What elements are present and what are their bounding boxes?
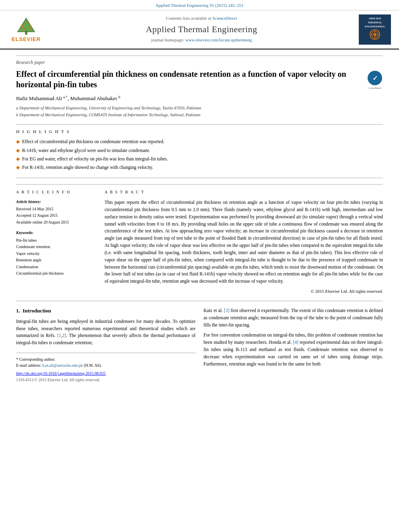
journal-header-center: Contents lists available at ScienceDirec…: [44, 15, 359, 43]
highlight-item: ◆For EG and water, effect of velocity on…: [16, 156, 383, 162]
highlight-item: ◆Effect of circumferential pin thickness…: [16, 138, 383, 145]
body-col-left: 1. Introduction Integral-fin tubes are b…: [16, 307, 195, 383]
elsevier-logo: ELSEVIER: [8, 16, 44, 43]
highlight-bullet-icon: ◆: [16, 156, 20, 162]
highlight-item: ◆For R-141b, retention angle showed no c…: [16, 164, 383, 171]
keyword-item: Condensation: [16, 264, 97, 270]
highlights-list: ◆Effect of circumferential pin thickness…: [16, 138, 383, 171]
abstract-text: This paper reports the effect of circumf…: [105, 199, 383, 285]
article-info-col-title: A R T I C L E I N F O: [16, 189, 97, 195]
article-type-label: Research paper: [16, 55, 383, 66]
abstract-col-title: A B S T R A C T: [105, 189, 383, 195]
journal-homepage: journal homepage: www.elsevier.com/locat…: [44, 37, 359, 43]
article-title-row: Effect of circumferential pin thickness …: [16, 69, 383, 90]
two-col-body: 1. Introduction Integral-fin tubes are b…: [16, 307, 383, 383]
journal-homepage-link[interactable]: www.elsevier.com/locate/apthermeng: [185, 37, 252, 42]
keywords-label: Keywords:: [16, 230, 97, 236]
journal-header: ELSEVIER Contents lists available at Sci…: [0, 10, 399, 49]
doi-line: http://dx.doi.org/10.1016/j.applthermale…: [16, 371, 195, 377]
keywords-section: Keywords: Pin-fin tubesCondensate retent…: [16, 230, 97, 277]
ref-1-2-link[interactable]: [1,2]: [57, 333, 66, 338]
article-info-abstract-section: A R T I C L E I N F O Article history: R…: [16, 184, 383, 295]
ref-4-link[interactable]: [4]: [293, 340, 298, 345]
affiliations: a Department of Mechanical Engineering, …: [16, 105, 383, 119]
corresponding-author-note: * Corresponding author. E-mail address: …: [16, 356, 195, 368]
abstract-col: A B S T R A C T This paper reports the e…: [105, 189, 383, 295]
keyword-item: Retention angle: [16, 257, 97, 263]
keyword-item: Vapor velocity: [16, 251, 97, 257]
journal-logo-line2: THERMAL: [360, 21, 389, 25]
article-info-col: A R T I C L E I N F O Article history: R…: [16, 189, 97, 295]
crossmark-label: CrossMark: [367, 86, 383, 90]
highlight-bullet-icon: ◆: [16, 138, 20, 145]
journal-logo-right: APPLIED THERMAL ENGINEERING: [359, 14, 391, 45]
elsevier-wordmark: ELSEVIER: [12, 36, 41, 43]
sciencedirect-link[interactable]: ScienceDirect: [212, 16, 237, 21]
highlight-text: Effect of circumferential pin thickness …: [22, 138, 165, 145]
crossmark-badge: ✓ CrossMark: [367, 71, 383, 90]
intro-paragraph3-right: For free convention condensation on inte…: [204, 332, 383, 368]
intro-paragraph2-right: Katz et al. [3] first observed it experi…: [204, 307, 383, 329]
article-history: Article history: Received 14 May 2015 Ac…: [16, 199, 97, 225]
accepted-date: Accepted 12 August 2015: [16, 213, 97, 219]
svg-point-3: [21, 25, 23, 27]
crossmark-icon: ✓: [368, 71, 382, 85]
intro-paragraph1: Integral-fin tubes are being employed in…: [16, 318, 195, 347]
received-date: Received 14 May 2015: [16, 206, 97, 212]
journal-logo-graphic: [365, 29, 385, 41]
history-label: Article history:: [16, 199, 97, 205]
copyright-line: 1359-4311/© 2015 Elsevier Ltd. All right…: [16, 377, 195, 383]
affiliation-a: a Department of Mechanical Engineering, …: [16, 105, 383, 111]
highlight-bullet-icon: ◆: [16, 147, 20, 154]
svg-marker-2: [19, 20, 33, 31]
authors-line: Hafiz Muhammad Ali a,*, Muhammad Abubake…: [16, 94, 383, 103]
highlight-item: ◆R-141b, water and ethylene glycol were …: [16, 147, 383, 154]
keyword-item: Circumferential pin thickness: [16, 271, 97, 277]
email-link[interactable]: h.m.ali@uettaxila.edu.pk: [42, 363, 83, 368]
journal-logo-line1: APPLIED: [360, 17, 389, 21]
svg-point-6: [24, 29, 25, 31]
journal-citation-bar: Applied Thermal Engineering 91 (2015) 24…: [0, 0, 399, 10]
available-date: Available online 20 August 2015: [16, 220, 97, 226]
body-section: 1. Introduction Integral-fin tubes are b…: [16, 301, 383, 383]
introduction-title: 1. Introduction: [16, 307, 195, 315]
highlight-bullet-icon: ◆: [16, 164, 20, 171]
affiliation-b: b Department of Mechanical Engineering, …: [16, 112, 383, 118]
sciencedirect-label: Contents lists available at ScienceDirec…: [44, 15, 359, 22]
keyword-item: Condensate retention: [16, 244, 97, 250]
highlights-section: H I G H L I G H T S ◆Effect of circumfer…: [16, 124, 383, 178]
highlights-title: H I G H L I G H T S: [16, 129, 383, 135]
keywords-list: Pin-fin tubesCondensate retentionVapor v…: [16, 238, 97, 277]
highlight-text: For EG and water, effect of velocity on …: [22, 156, 168, 162]
svg-point-5: [30, 27, 32, 29]
journal-citation-text: Applied Thermal Engineering 91 (2015) 24…: [156, 3, 244, 8]
ref-3-link[interactable]: [3]: [224, 308, 229, 313]
highlight-text: For R-141b, retention angle showed no ch…: [22, 164, 153, 171]
article-title: Effect of circumferential pin thickness …: [16, 69, 361, 90]
body-col-right: Katz et al. [3] first observed it experi…: [204, 307, 383, 383]
footnote-section: * Corresponding author. E-mail address: …: [16, 353, 195, 383]
journal-logo-line3: ENGINEERING: [360, 25, 389, 29]
doi-link[interactable]: http://dx.doi.org/10.1016/j.applthermale…: [16, 371, 106, 376]
keyword-item: Pin-fin tubes: [16, 238, 97, 244]
svg-point-4: [27, 23, 29, 25]
journal-title: Applied Thermal Engineering: [44, 23, 359, 36]
elsevier-tree-icon: [14, 16, 38, 36]
main-content: Research paper Effect of circumferential…: [0, 49, 399, 391]
highlight-text: R-141b, water and ethylene glycol were u…: [22, 147, 150, 154]
abstract-copyright: © 2015 Elsevier Ltd. All rights reserved…: [105, 288, 383, 295]
